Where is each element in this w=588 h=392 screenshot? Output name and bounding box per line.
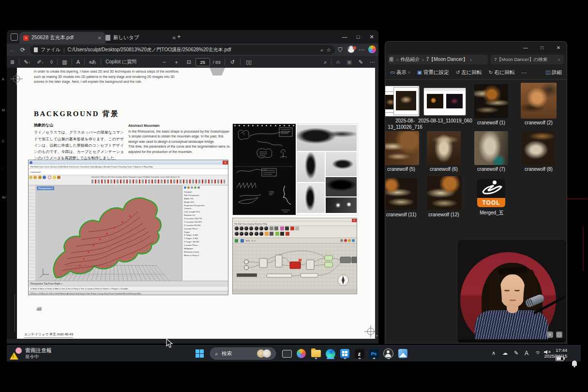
task-view-button[interactable]: [281, 347, 293, 360]
profile-avatar[interactable]: [346, 45, 356, 54]
translate-icon[interactable]: aあ: [86, 59, 100, 65]
headphones-icon[interactable]: ∩: [332, 59, 343, 65]
pdf-search-icon[interactable]: ⌕: [320, 59, 330, 65]
rotate-right-button[interactable]: ↻ 右に回転: [488, 69, 514, 76]
zoom-in-icon[interactable]: ＋: [170, 59, 182, 66]
eraser-icon[interactable]: ◊: [47, 59, 56, 65]
save-icon[interactable]: ▣: [343, 59, 355, 65]
wifi-icon[interactable]: [534, 351, 541, 356]
pdf-vertical-scrollbar[interactable]: ▾: [375, 68, 378, 339]
notification-bell-icon[interactable]: [572, 361, 577, 366]
file-label[interactable]: cranewolf (6): [422, 166, 466, 173]
file-thumb-cranewolf-1[interactable]: [474, 84, 508, 118]
file-thumb-ztool[interactable]: TOOL: [477, 179, 505, 207]
file-thumb-cranewolf-2[interactable]: [521, 83, 557, 119]
tray-clock[interactable]: 17:44 2025/08/15: [544, 347, 567, 360]
edge-taskbar-button[interactable]: [324, 347, 336, 360]
tab-close-icon-2[interactable]: ✕: [172, 35, 176, 41]
copilot-taskbar-button[interactable]: [295, 347, 307, 360]
fit-width-icon[interactable]: ⊡: [183, 59, 195, 65]
copilot-icon[interactable]: [367, 45, 377, 55]
zoom-out-icon[interactable]: −: [159, 59, 169, 65]
back-icon[interactable]: ←: [7, 46, 17, 53]
file-label[interactable]: 2025-08-13_110019_060: [418, 118, 472, 124]
zoom-page-icon[interactable]: ⌕: [320, 47, 323, 53]
webcam-menu-button[interactable]: ≡: [547, 332, 553, 338]
file-thumb-cranewolf-7[interactable]: [474, 131, 508, 165]
toc-icon[interactable]: ≣: [7, 59, 18, 65]
account-app-button[interactable]: [382, 347, 394, 360]
edit-icon[interactable]: ✎: [355, 59, 366, 65]
file-explorer-button[interactable]: [310, 347, 322, 360]
file-thumb-cranewolf-6[interactable]: [427, 131, 461, 165]
store-button[interactable]: [339, 347, 351, 360]
en-subhead: Abstract Mountain: [128, 123, 231, 128]
side-letter-ac: Ac: [2, 196, 6, 199]
file-label[interactable]: cranewolf (12): [422, 212, 466, 218]
edge-close-button[interactable]: ✕: [365, 30, 378, 44]
breadcrumb[interactable]: 座 › 作品紹介 › 7【Moon Dancer】 ›: [388, 55, 488, 64]
file-thumb-cranewolf-11[interactable]: [385, 178, 417, 210]
file-label[interactable]: cranewolf (2): [517, 120, 560, 126]
breadcrumb-item-1[interactable]: 作品紹介: [400, 56, 420, 63]
tab-pdf[interactable]: ≡ 250628 玄光本.pdf ✕: [19, 32, 106, 44]
tray-chevron-icon[interactable]: ∧: [492, 350, 496, 356]
highlight-pen-icon[interactable]: ✐˅: [34, 59, 47, 65]
weather-widget[interactable]: ! 雷雨注意報 発令中: [10, 347, 52, 360]
rotate-left-button[interactable]: ↺ 左に回転: [455, 69, 482, 76]
file-thumb-cranewolf-8[interactable]: [522, 131, 556, 165]
photoshop-button[interactable]: Ps: [368, 347, 380, 360]
edge-minimize-button[interactable]: —: [338, 30, 351, 44]
webcam-overlay: ≡ ▢: [457, 240, 566, 343]
file-label[interactable]: Merged_五: [472, 210, 511, 216]
page-number-input[interactable]: 25: [196, 58, 210, 66]
tab-close-icon[interactable]: ✕: [98, 35, 102, 41]
browser-menu-icon[interactable]: ⋯: [356, 46, 367, 53]
pdf-more-icon[interactable]: ⋯: [366, 59, 378, 65]
breadcrumb-item-2[interactable]: 7【Moon Dancer】: [426, 56, 468, 63]
zbrush-button[interactable]: ʑ: [353, 347, 365, 360]
rotate-icon[interactable]: ↺: [227, 59, 238, 65]
collections-icon[interactable]: ⛉: [335, 46, 346, 53]
file-label[interactable]: cranewolf (8): [517, 166, 560, 173]
url-path[interactable]: C:/Users/sculpt/Desktop/250813%20虎ノ門TOO講…: [68, 46, 317, 53]
file-label[interactable]: cranewolf (7): [469, 166, 513, 173]
read-aloud-icon[interactable]: A: [73, 59, 83, 65]
photos-button[interactable]: [397, 347, 409, 360]
details-pane-button[interactable]: ◫ 詳細: [545, 69, 562, 76]
explorer-close-button[interactable]: ✕: [550, 42, 567, 53]
tab-new[interactable]: 新しいタブ ✕: [102, 32, 180, 44]
ime-indicator[interactable]: A: [525, 350, 528, 357]
explorer-minimize-button[interactable]: —: [517, 42, 534, 53]
view-menu[interactable]: ▭ 表示 ˅: [390, 69, 410, 76]
new-tab-button[interactable]: +: [177, 33, 181, 40]
pen-icon[interactable]: ✎: [514, 350, 518, 356]
more-commands-button[interactable]: ⋯: [521, 70, 527, 75]
explorer-maximize-button[interactable]: □: [534, 42, 550, 53]
file-thumb-screenshot-2[interactable]: [424, 88, 466, 115]
file-thumb-cranewolf-12[interactable]: [427, 176, 462, 210]
edge-maximize-button[interactable]: □: [351, 30, 365, 44]
explorer-search-box[interactable]: 7【Moon Dancer】の検索 ⌕: [491, 55, 564, 64]
ask-copilot-button[interactable]: Copilot に質問: [102, 59, 140, 65]
url-bar[interactable]: ファイル | C:/Users/sculpt/Desktop/250813%20…: [30, 45, 335, 55]
file-label[interactable]: cranewolf (5): [385, 166, 423, 173]
two-page-icon[interactable]: ▯▯: [242, 59, 255, 65]
scroll-down-arrow[interactable]: ▾: [375, 334, 378, 338]
onedrive-cloud-icon[interactable]: ☁: [502, 350, 508, 356]
favorite-star-icon[interactable]: ☆: [326, 47, 331, 53]
tab-actions-icon[interactable]: [11, 33, 18, 41]
set-background-button[interactable]: ▣ 背景に設定: [417, 69, 449, 76]
search-icon[interactable]: ⌕: [558, 57, 560, 62]
start-button[interactable]: [194, 347, 206, 360]
webcam-resize-button[interactable]: ▢: [556, 332, 562, 338]
page-view-icon[interactable]: ▥: [59, 59, 70, 65]
file-label[interactable]: cranewolf (1): [469, 120, 513, 126]
file-thumb-screenshot-1[interactable]: [385, 86, 419, 116]
draw-pen-icon[interactable]: ✎˅: [20, 59, 33, 65]
pdf-viewer-area[interactable]: In order to create this layering, I have…: [7, 68, 378, 339]
taskbar-search[interactable]: ⌕ 検索: [210, 347, 276, 360]
refresh-icon[interactable]: ⟳: [17, 46, 28, 53]
file-label[interactable]: cranewolf (11): [385, 212, 423, 218]
file-thumb-cranewolf-5[interactable]: [385, 131, 419, 165]
